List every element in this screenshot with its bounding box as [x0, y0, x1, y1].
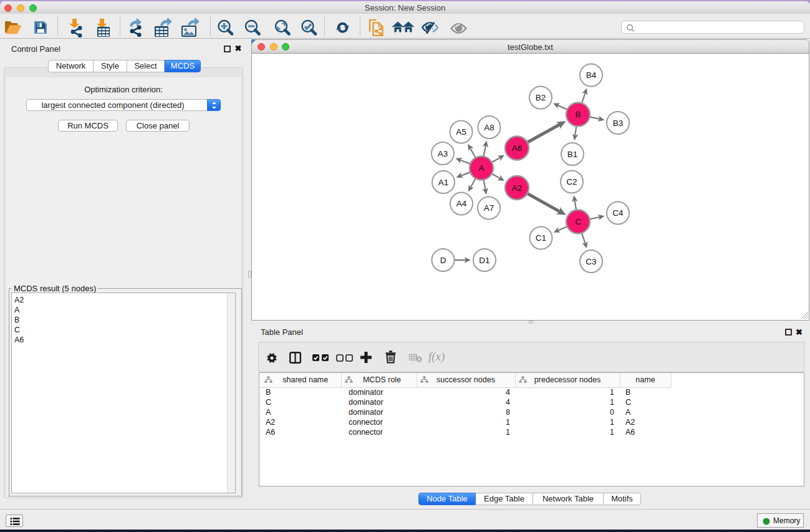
svg-text:A7: A7: [484, 203, 494, 213]
svg-text:D1: D1: [479, 256, 489, 265]
svg-text:C: C: [575, 217, 581, 226]
svg-text:A: A: [478, 163, 484, 173]
svg-text:A6: A6: [512, 143, 523, 153]
svg-text:B4: B4: [586, 70, 597, 80]
svg-text:A5: A5: [456, 127, 466, 137]
svg-text:D: D: [440, 256, 446, 265]
svg-text:B3: B3: [613, 118, 624, 128]
svg-text:B: B: [575, 110, 581, 119]
svg-text:C4: C4: [612, 208, 624, 218]
svg-text:A8: A8: [484, 123, 494, 132]
svg-text:C3: C3: [586, 257, 596, 266]
svg-text:A1: A1: [438, 178, 449, 187]
svg-text:A3: A3: [438, 149, 448, 158]
svg-text:B1: B1: [567, 150, 578, 159]
svg-text:C1: C1: [536, 233, 546, 243]
svg-text:C2: C2: [566, 177, 577, 186]
svg-text:A2: A2: [512, 183, 523, 193]
svg-text:A4: A4: [456, 199, 467, 208]
svg-text:B2: B2: [536, 93, 546, 102]
